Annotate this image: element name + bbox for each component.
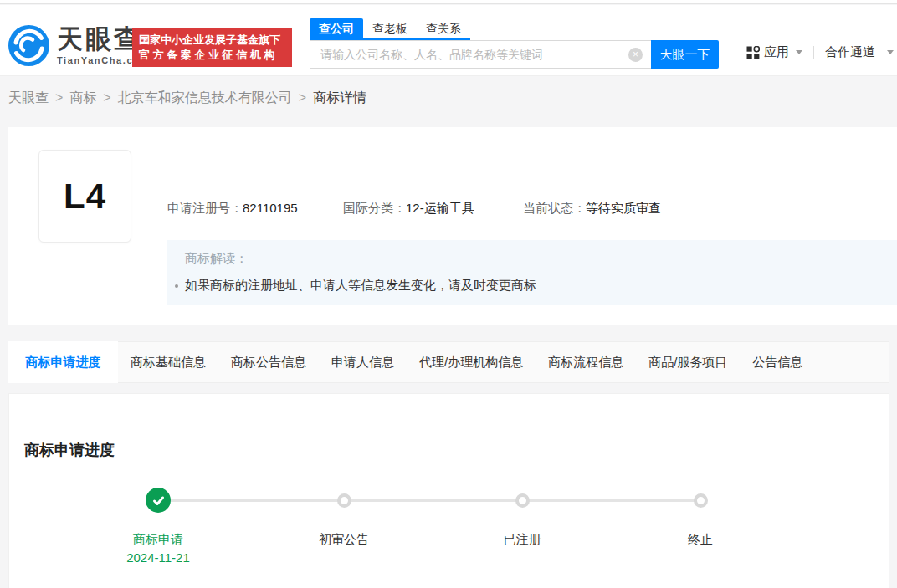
bullet-icon — [175, 284, 178, 288]
search-input[interactable] — [310, 40, 651, 69]
check-icon — [151, 493, 166, 508]
trademark-summary-card: L4 申请注册号：82110195 国际分类：12-运输工具 当前状态：等待实质… — [8, 127, 897, 325]
field-intl-class: 国际分类：12-运输工具 — [343, 201, 474, 217]
search-button[interactable]: 天眼一下 — [651, 40, 719, 69]
tab-agency-info[interactable]: 代理/办理机构信息 — [407, 342, 536, 382]
nav-apps[interactable]: 应用 — [746, 44, 802, 60]
search-block: 查公司 查老板 查关系 × 天眼一下 — [310, 18, 719, 69]
breadcrumb-separator: > — [299, 90, 306, 105]
tianyancha-eye-icon — [8, 25, 49, 66]
field-registration-number: 申请注册号：82110195 — [167, 201, 298, 217]
field-label: 申请注册号： — [167, 201, 243, 215]
step-label: 已注册 — [455, 532, 589, 548]
breadcrumb-separator: > — [103, 90, 110, 105]
tab-application-progress[interactable]: 商标申请进度 — [8, 341, 118, 383]
step-label: 商标申请 — [91, 532, 225, 548]
chevron-down-icon — [887, 50, 894, 54]
badge-line-2: 官方备案企业征信机构 — [139, 48, 285, 63]
badge-line-1: 国家中小企业发展子基金旗下 — [139, 32, 285, 48]
field-value: 12-运输工具 — [406, 201, 474, 215]
certification-badge: 国家中小企业发展子基金旗下 官方备案企业征信机构 — [132, 28, 292, 67]
tab-applicant-info[interactable]: 申请人信息 — [319, 342, 407, 382]
tab-announcement-info[interactable]: 公告信息 — [740, 342, 815, 382]
step-label: 初审公告 — [277, 532, 411, 548]
step-node-todo — [515, 493, 530, 508]
step-node-todo — [694, 493, 708, 508]
clear-icon[interactable]: × — [628, 48, 643, 62]
nav-partner-label: 合作通道 — [825, 44, 875, 60]
step-node-done — [146, 488, 171, 513]
field-label: 国际分类： — [343, 201, 406, 215]
breadcrumb-current: 商标详情 — [313, 90, 366, 105]
chevron-down-icon — [796, 50, 802, 54]
step-node-todo — [337, 493, 351, 508]
tab-gazette-info[interactable]: 商标公告信息 — [218, 342, 319, 382]
header: 天眼查 TianYanCha.com 国家中小企业发展子基金旗下 官方备案企业征… — [0, 5, 897, 76]
tab-goods-services[interactable]: 商品/服务项目 — [636, 342, 740, 382]
search-tab-boss[interactable]: 查老板 — [363, 18, 417, 38]
insight-item: 如果商标的注册地址、申请人等信息发生变化，请及时变更商标 — [185, 278, 897, 294]
breadcrumb-separator: > — [55, 90, 63, 105]
field-value: 等待实质审查 — [586, 201, 661, 215]
progress-card: 商标申请进度 商标申请 2024-11-21 初审公告 已注册 终止 — [8, 393, 889, 588]
insight-text: 如果商标的注册地址、申请人等信息发生变化，请及时变更商标 — [185, 278, 536, 294]
timeline-track — [158, 499, 700, 502]
field-label: 当前状态： — [523, 201, 586, 215]
search-tabs: 查公司 查老板 查关系 — [310, 18, 470, 40]
search-input-wrap: × — [310, 40, 651, 69]
site-logo[interactable]: 天眼查 TianYanCha.com — [8, 25, 150, 66]
trademark-insight-box: 商标解读： 如果商标的注册地址、申请人等信息发生变化，请及时变更商标 — [167, 240, 897, 305]
insight-title: 商标解读： — [185, 251, 897, 267]
progress-timeline: 商标申请 2024-11-21 初审公告 已注册 终止 — [9, 394, 889, 588]
trademark-fields: 申请注册号：82110195 国际分类：12-运输工具 当前状态：等待实质审查 — [8, 201, 897, 219]
breadcrumb-home[interactable]: 天眼查 — [8, 90, 49, 105]
tab-basic-info[interactable]: 商标基础信息 — [118, 342, 218, 382]
trademark-image: L4 — [38, 150, 131, 243]
nav-partner[interactable]: 合作通道 — [825, 44, 894, 60]
breadcrumb-trademark[interactable]: 商标 — [69, 90, 96, 105]
search-tab-company[interactable]: 查公司 — [310, 18, 363, 38]
breadcrumb: 天眼查>商标>北京车和家信息技术有限公司>商标详情 — [8, 89, 366, 107]
apps-grid-icon — [746, 46, 760, 59]
field-current-status: 当前状态：等待实质审查 — [523, 201, 661, 217]
tab-process-info[interactable]: 商标流程信息 — [536, 342, 636, 382]
top-divider — [0, 0, 897, 4]
page: 天眼查 TianYanCha.com 国家中小企业发展子基金旗下 官方备案企业征… — [0, 0, 897, 588]
search-tab-relation[interactable]: 查关系 — [417, 18, 470, 38]
step-date: 2024-11-21 — [91, 550, 225, 565]
step-label: 终止 — [633, 532, 767, 548]
header-nav: 应用 合作通道 — [746, 44, 894, 60]
nav-apps-label: 应用 — [764, 44, 789, 60]
field-value: 82110195 — [243, 201, 298, 215]
search-row: × 天眼一下 — [310, 40, 719, 69]
nav-divider — [813, 46, 814, 59]
section-tabs: 商标申请进度 商标基础信息 商标公告信息 申请人信息 代理/办理机构信息 商标流… — [8, 341, 889, 383]
breadcrumb-company[interactable]: 北京车和家信息技术有限公司 — [118, 90, 292, 105]
